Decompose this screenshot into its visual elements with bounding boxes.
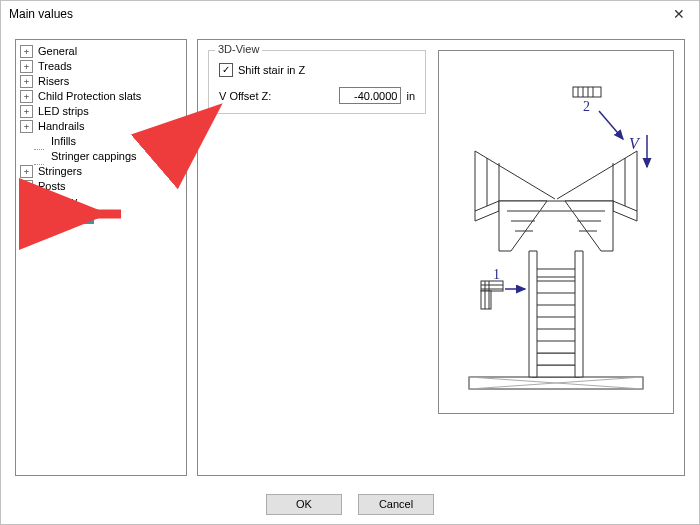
- tree-item-label: Stringer cappings: [49, 149, 139, 164]
- tree-item-label: Infills: [49, 134, 78, 149]
- expand-icon[interactable]: +: [20, 195, 33, 208]
- close-icon: ✕: [673, 6, 685, 22]
- diagram-label-2: 2: [583, 99, 590, 114]
- tree-item-label: Balcony: [36, 194, 79, 209]
- tree-item[interactable]: +Handrails: [18, 119, 184, 134]
- tree-item[interactable]: +LED strips: [18, 104, 184, 119]
- tree-item-label: Risers: [36, 74, 71, 89]
- tree-item[interactable]: Infills: [18, 134, 184, 149]
- tree-item[interactable]: +Child Protection slats: [18, 89, 184, 104]
- tree-item-label: General: [36, 44, 79, 59]
- tree-panel: +General+Treads+Risers+Child Protection …: [15, 39, 187, 476]
- shift-stair-checkbox[interactable]: ✓: [219, 63, 233, 77]
- shift-stair-row: ✓ Shift stair in Z: [219, 63, 305, 77]
- dialog-window: Main values ✕ +General+Treads+Risers+Chi…: [0, 0, 700, 525]
- svg-marker-18: [499, 201, 547, 251]
- expand-icon[interactable]: +: [20, 90, 33, 103]
- offset-row: V Offset Z: in: [219, 87, 415, 104]
- tree-item-label: Child Protection slats: [36, 89, 143, 104]
- diagram-label-v: V: [629, 135, 641, 152]
- expand-icon[interactable]: +: [20, 60, 33, 73]
- ok-button[interactable]: OK: [266, 494, 342, 515]
- offset-input[interactable]: [339, 87, 401, 104]
- svg-line-46: [599, 111, 623, 139]
- category-tree[interactable]: +General+Treads+Risers+Child Protection …: [18, 44, 184, 224]
- tree-item-label: 3D-View: [49, 209, 94, 224]
- tree-item-label: LED strips: [36, 104, 91, 119]
- window-title: Main values: [9, 7, 73, 21]
- tree-item[interactable]: 3D-View: [18, 209, 184, 224]
- tree-item[interactable]: Stringer cappings: [18, 149, 184, 164]
- svg-marker-19: [565, 201, 613, 251]
- expand-icon[interactable]: +: [20, 120, 33, 133]
- shift-stair-label: Shift stair in Z: [238, 64, 305, 76]
- svg-rect-40: [573, 87, 601, 97]
- tree-item-label: Handrails: [36, 119, 86, 134]
- offset-label: V Offset Z:: [219, 90, 271, 102]
- tree-item[interactable]: +Stringers: [18, 164, 184, 179]
- svg-marker-6: [529, 251, 537, 377]
- diagram-label-1: 1: [493, 267, 500, 282]
- tree-item[interactable]: +Balcony: [18, 194, 184, 209]
- expand-icon[interactable]: +: [20, 180, 33, 193]
- tree-item[interactable]: +Treads: [18, 59, 184, 74]
- expand-icon[interactable]: +: [20, 165, 33, 178]
- svg-rect-3: [533, 365, 579, 377]
- tree-item-label: Treads: [36, 59, 74, 74]
- expand-icon[interactable]: +: [20, 75, 33, 88]
- diagram-3d-view: 1 2 V: [438, 50, 674, 414]
- svg-rect-4: [533, 353, 579, 365]
- svg-rect-5: [533, 277, 579, 353]
- dialog-body: +General+Treads+Risers+Child Protection …: [1, 27, 699, 484]
- tree-item[interactable]: +Risers: [18, 74, 184, 89]
- stair-diagram-svg: 1 2 V: [439, 51, 673, 413]
- groupbox-legend: 3D-View: [215, 43, 262, 55]
- svg-marker-7: [575, 251, 583, 377]
- tree-item[interactable]: +General: [18, 44, 184, 59]
- expand-icon[interactable]: +: [20, 45, 33, 58]
- titlebar: Main values ✕: [1, 1, 699, 27]
- content-panel: 3D-View ✓ Shift stair in Z V Offset Z: i…: [197, 39, 685, 476]
- offset-unit: in: [406, 90, 415, 102]
- tree-item[interactable]: +Posts: [18, 179, 184, 194]
- expand-icon[interactable]: +: [20, 105, 33, 118]
- cancel-button[interactable]: Cancel: [358, 494, 434, 515]
- close-button[interactable]: ✕: [659, 1, 699, 27]
- tree-item-label: Posts: [36, 179, 68, 194]
- dialog-footer: OK Cancel: [1, 490, 699, 518]
- groupbox-3d-view: 3D-View ✓ Shift stair in Z V Offset Z: i…: [208, 50, 426, 114]
- tree-item-label: Stringers: [36, 164, 84, 179]
